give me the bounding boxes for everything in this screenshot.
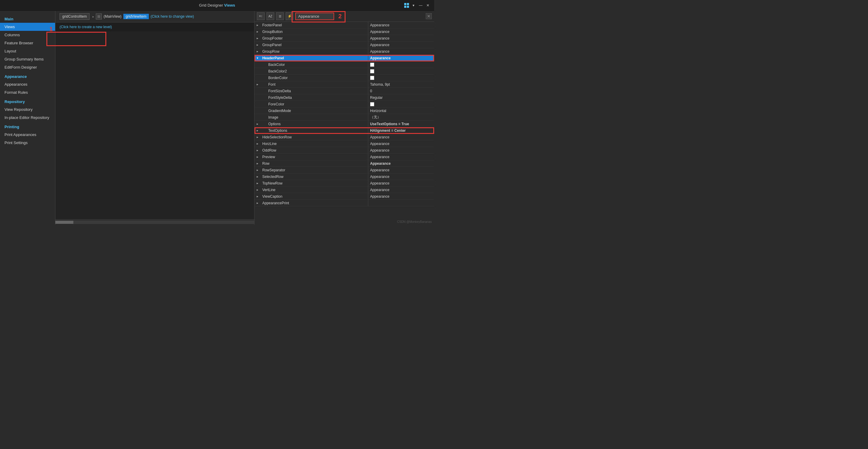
prop-row-footer-panel[interactable]: ► FooterPanel Appearance [254, 22, 434, 28]
expand-icon[interactable]: ► [254, 160, 260, 167]
expand-icon [254, 74, 260, 81]
minimize-btn[interactable]: — [418, 3, 423, 8]
breadcrumb-change-view[interactable]: (Click here to change view) [151, 14, 194, 19]
breadcrumb-level2[interactable]: gridViewItem [123, 14, 149, 19]
prop-value [368, 69, 434, 73]
prop-row-font[interactable]: ► Font Tahoma, 9pt [254, 81, 434, 88]
expand-icon[interactable]: ► [254, 35, 260, 42]
prop-name: Font [267, 82, 368, 87]
title-text: Grid Designer Views [199, 3, 235, 7]
prop-row-preview[interactable]: ► Preview Appearance [254, 154, 434, 160]
prop-name: TextOptions [267, 128, 368, 133]
prop-row-group-row[interactable]: ► GroupRow Appearance [254, 48, 434, 55]
prop-row-image[interactable]: Image （无） [254, 114, 434, 121]
expand-icon[interactable]: ► [254, 81, 260, 88]
prop-row-header-panel[interactable]: ▼ HeaderPanel Appearance [254, 55, 434, 61]
close-btn[interactable]: ✕ [425, 3, 431, 8]
title-bar: Grid Designer Views ▾ — ✕ [0, 0, 434, 11]
expand-icon[interactable]: ► [254, 200, 260, 206]
expand-icon[interactable]: ► [254, 127, 260, 134]
prop-value: Appearance [368, 181, 434, 185]
expand-icon[interactable]: ► [254, 48, 260, 55]
expand-icon[interactable]: ► [254, 28, 260, 35]
expand-icon[interactable]: ► [254, 141, 260, 147]
prop-name: BorderColor [267, 76, 368, 80]
expand-icon[interactable]: ► [254, 180, 260, 187]
prop-row-row-separator[interactable]: ► RowSeparator Appearance [254, 167, 434, 173]
prop-row-vert-line[interactable]: ► VertLine Appearance [254, 187, 434, 193]
create-new-level[interactable]: (Click here to create a new level) [55, 23, 254, 31]
sidebar-item-inplace-editor-repository[interactable]: In-place Editor Repository [0, 114, 55, 122]
sidebar-item-view-repository[interactable]: View Repository [0, 106, 55, 114]
property-grid: ► FooterPanel Appearance ► GroupButton A… [254, 22, 434, 224]
search-input[interactable] [295, 12, 334, 20]
expand-icon[interactable]: ► [254, 173, 260, 180]
prop-value: Appearance [368, 50, 434, 54]
toolbar-sort-btn2[interactable]: AZ [267, 12, 274, 20]
sidebar: Main Views Columns Feature Browser Layou… [0, 11, 55, 224]
expand-icon[interactable]: ► [254, 147, 260, 154]
expand-icon[interactable]: ► [254, 154, 260, 160]
prop-value: Appearance [368, 23, 434, 27]
prop-row-fore-color[interactable]: ForeColor [254, 101, 434, 108]
prop-name: BackColor [267, 63, 368, 67]
grid-icon[interactable] [404, 3, 409, 8]
prop-name: HorzLine [260, 142, 368, 146]
watermark: CSDN @MonkeyBananas [397, 220, 432, 223]
prop-row-group-panel[interactable]: ► GroupPanel Appearance [254, 42, 434, 48]
expand-icon[interactable]: ► [254, 187, 260, 193]
expand-icon[interactable]: ► [254, 121, 260, 127]
expand-icon[interactable]: ► [254, 134, 260, 141]
center-scrollbar[interactable] [55, 219, 254, 224]
expand-icon[interactable]: ▼ [254, 55, 260, 61]
prop-row-font-style-delta[interactable]: FontStyleDelta Regular [254, 94, 434, 101]
prop-name: Options [267, 122, 368, 126]
prop-value: Appearance [368, 155, 434, 159]
prop-row-hide-selection-row[interactable]: ► HideSelectionRow Appearance [254, 134, 434, 141]
sidebar-item-print-settings[interactable]: Print Settings [0, 139, 55, 147]
prop-row-top-new-row[interactable]: ► TopNewRow Appearance [254, 180, 434, 187]
expand-icon[interactable]: ► [254, 193, 260, 200]
prop-name: ForeColor [267, 102, 368, 106]
prop-row-back-color[interactable]: BackColor [254, 61, 434, 68]
prop-value: Appearance [368, 36, 434, 40]
prop-row-border-color[interactable]: BorderColor [254, 74, 434, 81]
sidebar-item-views[interactable]: Views [0, 23, 55, 31]
sidebar-item-feature-browser[interactable]: Feature Browser [0, 39, 55, 47]
sidebar-item-editform-designer[interactable]: EditForm Designer [0, 63, 55, 71]
sidebar-item-columns[interactable]: Columns [0, 31, 55, 39]
prop-row-selected-row[interactable]: ► SelectedRow Appearance [254, 173, 434, 180]
dropdown-btn[interactable]: ▾ [411, 3, 416, 8]
sidebar-item-appearances[interactable]: Appearances [0, 80, 55, 88]
prop-row-font-size-delta[interactable]: FontSizeDelta 0 [254, 88, 434, 94]
expand-icon[interactable]: ► [254, 22, 260, 28]
expand-icon [254, 114, 260, 121]
prop-row-options[interactable]: ► Options UseTextOptions = True [254, 121, 434, 127]
prop-value: HAlignment = Center [368, 128, 434, 133]
prop-row-group-button[interactable]: ► GroupButton Appearance [254, 28, 434, 35]
prop-row-appearance-print[interactable]: ► AppearancePrint [254, 200, 434, 206]
prop-name: HideSelectionRow [260, 135, 368, 139]
prop-row-text-options[interactable]: ► TextOptions HAlignment = Center [254, 127, 434, 134]
prop-row-back-color2[interactable]: BackColor2 [254, 68, 434, 74]
prop-row-gradient-mode[interactable]: GradientMode Horizontal [254, 108, 434, 114]
close-property-panel[interactable]: ✕ [426, 13, 432, 19]
sidebar-item-format-rules[interactable]: Format Rules [0, 88, 55, 96]
expand-icon [254, 88, 260, 94]
toolbar-lightning-btn[interactable]: ⚡ [286, 12, 293, 20]
prop-row-view-caption[interactable]: ► ViewCaption Appearance [254, 193, 434, 200]
prop-row-row[interactable]: ► Row Appearance [254, 160, 434, 167]
sidebar-item-layout[interactable]: Layout [0, 47, 55, 55]
prop-row-horz-line[interactable]: ► HorzLine Appearance [254, 141, 434, 147]
prop-row-group-footer[interactable]: ► GroupFooter Appearance [254, 35, 434, 42]
center-panel: gridControlItem ▸ ⊞ (MainView) gridViewI… [55, 11, 254, 224]
toolbar-sort-btn3[interactable]: ☰ [276, 12, 284, 20]
expand-icon[interactable]: ► [254, 42, 260, 48]
expand-icon[interactable]: ► [254, 167, 260, 173]
sidebar-item-print-appearances[interactable]: Print Appearances [0, 130, 55, 139]
breadcrumb: gridControlItem ▸ ⊞ (MainView) gridViewI… [55, 11, 254, 23]
right-panel: ≡↕ AZ ☰ ⚡ 2 ✕ ► Foot [254, 11, 434, 224]
toolbar-sort-btn1[interactable]: ≡↕ [257, 12, 265, 20]
prop-row-odd-row[interactable]: ► OddRow Appearance [254, 147, 434, 154]
sidebar-item-group-summary-items[interactable]: Group Summary Items [0, 55, 55, 63]
